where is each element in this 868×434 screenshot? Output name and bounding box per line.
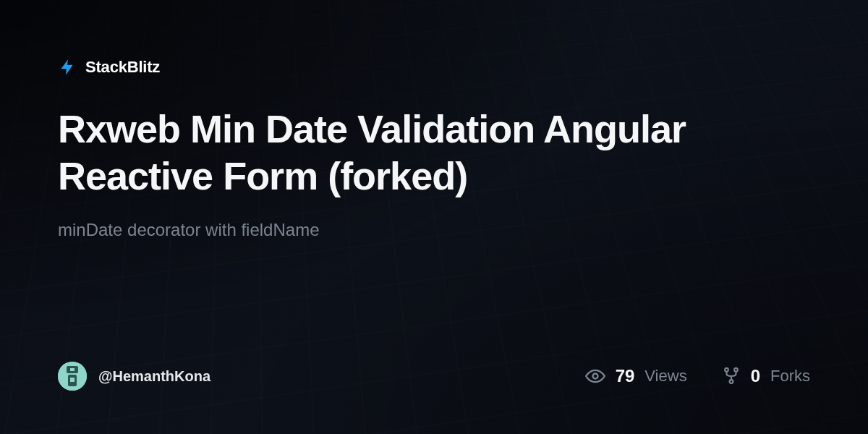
views-label: Views (644, 367, 686, 386)
brand-name: StackBlitz (85, 58, 160, 77)
forks-label: Forks (770, 367, 810, 386)
project-title: Rxweb Min Date Validation Angular Reacti… (58, 106, 709, 200)
card-content: StackBlitz Rxweb Min Date Validation Ang… (0, 0, 868, 434)
forks-stat: 0 Forks (722, 366, 810, 386)
avatar (58, 362, 87, 391)
author-block: @HemanthKona (58, 362, 210, 391)
project-description: minDate decorator with fieldName (58, 220, 810, 240)
svg-point-8 (729, 380, 733, 383)
eye-icon (585, 366, 605, 386)
svg-point-6 (725, 368, 728, 372)
bolt-icon (58, 58, 77, 77)
author-handle: @HemanthKona (98, 368, 210, 385)
svg-point-5 (592, 374, 597, 379)
stats-row: 79 Views 0 Forks (585, 366, 810, 386)
forks-count: 0 (751, 366, 760, 386)
svg-point-7 (734, 368, 738, 372)
svg-rect-2 (70, 368, 75, 371)
svg-rect-4 (70, 378, 75, 382)
fork-icon (722, 367, 741, 386)
footer-row: @HemanthKona 79 Views (58, 362, 810, 391)
views-count: 79 (616, 366, 635, 386)
brand-row: StackBlitz (58, 58, 810, 77)
views-stat: 79 Views (585, 366, 687, 386)
